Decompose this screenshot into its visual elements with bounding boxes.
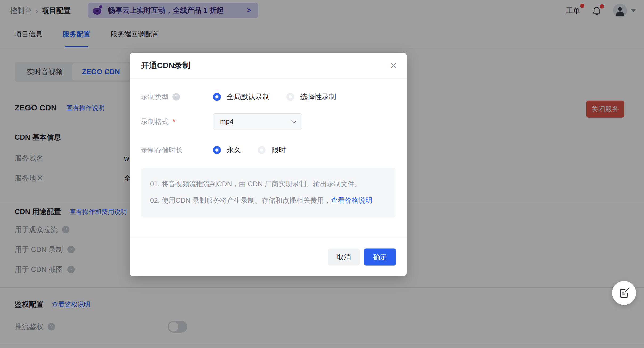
record-type-row: 录制类型 ? 全局默认录制 选择性录制 xyxy=(141,92,395,102)
dialog-header: 开通CDN录制 ✕ xyxy=(130,53,407,79)
required-mark: * xyxy=(172,118,175,126)
radio-unselected-icon xyxy=(258,146,266,154)
radio-label: 全局默认录制 xyxy=(227,92,270,102)
record-type-label-group: 录制类型 ? xyxy=(141,92,213,102)
zego-console-page: 控制台 › 项目配置 畅享云上实时互动，全线产品 1 折起 > 工单 xyxy=(0,0,644,348)
price-doc-link[interactable]: 查看价格说明 xyxy=(331,196,372,204)
radio-selected-icon xyxy=(213,93,221,101)
radio-permanent[interactable]: 永久 xyxy=(213,145,241,155)
record-format-label: 录制格式 xyxy=(141,117,169,126)
radio-label: 选择性录制 xyxy=(300,92,336,102)
record-format-row: 录制格式 * mp4 xyxy=(141,113,395,130)
close-icon[interactable]: ✕ xyxy=(390,53,397,79)
confirm-button[interactable]: 确定 xyxy=(364,248,396,266)
cdn-record-notes: 01. 将音视频流推流到CDN，由 CDN 厂商实现录制、输出录制文件。 02.… xyxy=(141,168,395,218)
cancel-button[interactable]: 取消 xyxy=(328,248,360,266)
dialog-title: 开通CDN录制 xyxy=(141,60,190,71)
record-type-label: 录制类型 xyxy=(141,92,169,102)
storage-duration-label: 录制存储时长 xyxy=(141,146,183,155)
radio-global-default-record[interactable]: 全局默认录制 xyxy=(213,92,270,102)
record-format-select[interactable]: mp4 xyxy=(213,113,302,130)
feedback-fab-button[interactable] xyxy=(612,281,636,305)
storage-duration-row: 录制存储时长 永久 限时 xyxy=(141,145,395,155)
radio-unselected-icon xyxy=(286,93,294,101)
note-line-2: 02. 使用CDN 录制服务将产生录制、存储和点播相关费用，查看价格说明 xyxy=(150,192,386,209)
edit-note-icon xyxy=(618,287,630,299)
radio-label: 永久 xyxy=(227,145,241,155)
record-format-value: mp4 xyxy=(220,118,291,126)
enable-cdn-record-dialog: 开通CDN录制 ✕ 录制类型 ? 全局默认录制 选择性录制 xyxy=(130,53,407,276)
chevron-down-icon xyxy=(291,118,296,123)
radio-label: 限时 xyxy=(271,145,286,155)
note-line-2-text: 02. 使用CDN 录制服务将产生录制、存储和点播相关费用， xyxy=(150,196,331,204)
radio-time-limited[interactable]: 限时 xyxy=(258,145,286,155)
dialog-footer: 取消 确定 xyxy=(130,238,407,276)
note-line-1: 01. 将音视频流推流到CDN，由 CDN 厂商实现录制、输出录制文件。 xyxy=(150,176,386,192)
radio-selected-icon xyxy=(213,146,221,154)
record-format-label-group: 录制格式 * xyxy=(141,117,213,126)
help-icon[interactable]: ? xyxy=(172,93,180,101)
storage-duration-label-group: 录制存储时长 xyxy=(141,146,213,155)
dialog-body: 录制类型 ? 全局默认录制 选择性录制 录制格式 * mp4 xyxy=(130,92,407,218)
radio-selective-record[interactable]: 选择性录制 xyxy=(286,92,336,102)
